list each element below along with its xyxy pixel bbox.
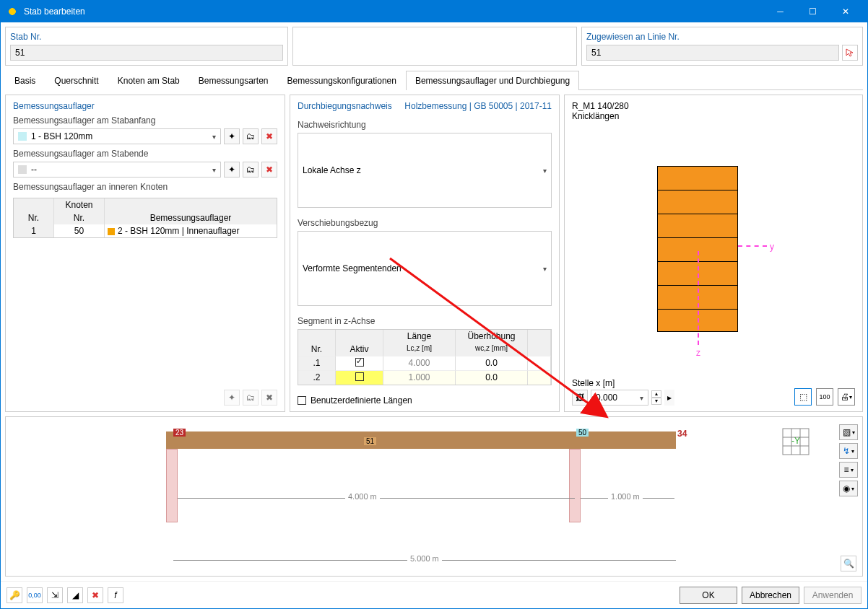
col-nr (14, 198, 54, 211)
printer-icon: 🖨 (841, 392, 849, 402)
vp-find-button[interactable]: 🔍 (841, 556, 856, 571)
stab-nr-panel: Stab Nr. 51 (5, 27, 288, 66)
linie-nr-label: Zugewiesen an Linie Nr. (586, 32, 858, 42)
navigation-cube-icon[interactable]: -Y (781, 427, 810, 456)
innen-grid[interactable]: Knoten Nr. Nr. Bemessungsauflager 1 50 2… (13, 198, 277, 238)
delete-icon: ✖ (266, 165, 273, 175)
linie-nr-panel: Zugewiesen an Linie Nr. 51 (581, 27, 863, 66)
support-icon-button[interactable]: ◢ (67, 587, 83, 603)
vp-cube-button[interactable]: ▧ (839, 424, 858, 440)
vp-axes-button[interactable]: ↯ (839, 443, 858, 459)
ref-combo[interactable]: Verformte Segmentenden (298, 231, 552, 306)
tab-querschnitt[interactable]: Querschnitt (45, 71, 108, 90)
units-icon: 0,00 (28, 592, 41, 599)
col-nr-head: Nr. (14, 211, 54, 224)
maximize-button[interactable]: ☐ (797, 1, 829, 22)
linie-nr-input[interactable]: 51 (586, 45, 839, 61)
dir-combo[interactable]: Lokale Achse z (298, 133, 552, 208)
cell-auflager: 2 - BSH 120mm | Innenauflager (105, 224, 277, 237)
tab-bemessungskonfigurationen[interactable]: Bemessungskonfigurationen (278, 71, 406, 90)
anfang-combo[interactable]: 1 - BSH 120mm (13, 128, 221, 144)
seg-row-1[interactable]: .1 4.000 0.0 (298, 356, 551, 370)
user-len-checkbox[interactable]: Benutzerdefinierte Längen (298, 395, 552, 406)
stelle-combo[interactable]: 0.000 (591, 390, 648, 406)
dim-text-2: 1.000 m (608, 492, 643, 501)
left-heading: Bemessungsauflager (13, 101, 277, 111)
col-auflager-top (105, 198, 277, 211)
innen-delete-button[interactable]: ✖ (261, 390, 277, 406)
seg-head-aktiv: Aktiv (336, 343, 383, 356)
ende-lib-button[interactable]: 🗂 (243, 162, 259, 178)
anfang-new-button[interactable]: ✦ (224, 128, 240, 144)
anfang-label: Bemessungsauflager am Stabanfang (13, 115, 277, 126)
seg-label: Segment in z-Achse (298, 316, 552, 326)
table-row[interactable]: 1 50 2 - BSH 120mm | Innenauflager (14, 224, 277, 237)
pick-line-button[interactable] (842, 45, 858, 61)
tab-knoten[interactable]: Knoten am Stab (108, 71, 189, 90)
dimensions-icon: 100 (819, 393, 830, 400)
axes-icon: ↯ (843, 446, 850, 456)
anfang-value: 1 - BSH 120mm (31, 131, 92, 141)
help-button[interactable]: 🔑 (6, 587, 22, 603)
viewport-2d[interactable]: 23 51 50 34 4.000 m 1.000 m 5.000 m -Y ▧… (5, 416, 863, 577)
ok-button[interactable]: OK (680, 587, 737, 604)
node-34-label: 34 (677, 429, 687, 439)
axis-y-line (738, 245, 767, 247)
view-mode-button[interactable]: ⬚ (794, 388, 812, 406)
stelle-spin-down[interactable]: ▾ (651, 398, 661, 405)
panel-preview: R_M1 140/280 Knicklängen y z Stelle x [m… (564, 95, 863, 412)
seg-ov: 0.0 (456, 370, 528, 385)
ref-label: Verschiebungsbezug (298, 218, 552, 228)
library-icon: 🗂 (246, 165, 255, 175)
stelle-pick-button[interactable]: 🖼 (572, 390, 588, 406)
dimensions-button[interactable]: 100 (816, 388, 833, 406)
new-sparkle-icon: ✦ (228, 131, 235, 141)
seg-head-nr: Nr. (298, 343, 336, 356)
col-knoten-top: Knoten (54, 198, 105, 211)
stab-nr-input[interactable]: 51 (10, 45, 283, 61)
seg-row-2[interactable]: .2 1.000 0.0 (298, 370, 551, 385)
cursor-icon (845, 48, 855, 58)
anfang-lib-button[interactable]: 🗂 (243, 128, 259, 144)
innen-new-button[interactable]: ✦ (224, 390, 240, 406)
dim-text-1: 4.000 m (345, 492, 380, 501)
close-button[interactable]: ✕ (829, 1, 862, 22)
new-sparkle-icon: ✦ (228, 393, 235, 403)
color-swatch-icon (18, 132, 27, 141)
ende-label: Bemessungsauflager am Stabende (13, 149, 277, 159)
ende-delete-button[interactable]: ✖ (261, 162, 277, 178)
preview-3d[interactable]: y z (570, 101, 856, 377)
ende-new-button[interactable]: ✦ (224, 162, 240, 178)
col-auflager-head: Bemessungsauflager (105, 211, 277, 224)
cancel-button[interactable]: Abbrechen (742, 587, 799, 604)
dir-label: Nachweisrichtung (298, 120, 552, 130)
seg-aktiv-checkbox[interactable] (355, 358, 364, 367)
seg-head-fill (528, 330, 551, 343)
stelle-step-button[interactable]: ▸ (664, 390, 674, 406)
seg-ov: 0.0 (456, 356, 528, 370)
seg-len: 4.000 (383, 356, 456, 370)
layers-icon: ≡ (843, 465, 849, 475)
tab-bemessungsarten[interactable]: Bemessungsarten (189, 71, 278, 90)
fx-button[interactable]: f (108, 587, 123, 603)
axis-z-line (698, 251, 699, 345)
remove-button[interactable]: ✖ (87, 587, 103, 603)
units-button[interactable]: 0,00 (27, 587, 43, 603)
anfang-delete-button[interactable]: ✖ (261, 128, 277, 144)
expand1-button[interactable]: ⇲ (47, 587, 63, 603)
vp-layers-button[interactable]: ≡ (839, 462, 858, 478)
stab-nr-label: Stab Nr. (10, 32, 283, 42)
tab-bemessungsauflager[interactable]: Bemessungsauflager und Durchbiegung (406, 71, 579, 90)
print-button[interactable]: 🖨▾ (838, 388, 855, 406)
minimize-button[interactable]: ─ (764, 1, 797, 22)
ende-combo[interactable]: -- (13, 162, 221, 178)
seg-aktiv-checkbox[interactable] (355, 372, 364, 381)
search-icon: 🔍 (843, 558, 854, 569)
seg-head-blank2 (336, 330, 383, 343)
tab-basis[interactable]: Basis (5, 71, 45, 90)
seg-grid[interactable]: Länge Überhöhung Nr. Aktiv Lc,z [m] wc,z… (298, 329, 552, 385)
beam-shape (166, 431, 676, 449)
innen-lib-button[interactable]: 🗂 (243, 390, 259, 406)
stelle-spin-up[interactable]: ▴ (651, 390, 661, 398)
vp-results-button[interactable]: ◉ (839, 481, 858, 496)
